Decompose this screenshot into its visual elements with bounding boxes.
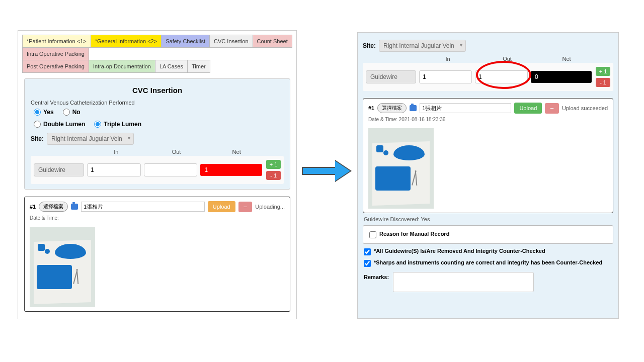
photo-number-r: #1 bbox=[368, 105, 374, 111]
radio-double[interactable]: Double Lumen bbox=[34, 121, 85, 128]
guidewire-row-r: Guidewire 0 + 1 - 1 bbox=[363, 63, 613, 91]
site-label: Site: bbox=[31, 135, 44, 142]
cvc-form: CVC Insertion Central Venous Catheteriza… bbox=[24, 78, 290, 190]
out-input-r[interactable] bbox=[475, 70, 528, 83]
tab-post-packing[interactable]: Post Operative Packing bbox=[22, 60, 89, 73]
tab-la[interactable]: LA Cases bbox=[155, 60, 188, 73]
lumen-radios: Double Lumen Triple Lumen bbox=[34, 121, 284, 128]
reason-checkbox[interactable]: Reason for Manual Record bbox=[369, 231, 607, 238]
guidewire-row: Guidewire 1 + 1 - 1 bbox=[31, 156, 284, 184]
header-net-r: Net bbox=[537, 56, 596, 62]
right-panel: Site: Right Internal Jugular Vein In Out… bbox=[357, 32, 619, 319]
header-net: Net bbox=[206, 149, 267, 155]
tab-intra-packing[interactable]: Intra Operative Packing bbox=[22, 47, 89, 60]
header-in: In bbox=[86, 149, 146, 155]
choose-file-button[interactable]: 選擇檔案 bbox=[39, 202, 68, 212]
remarks-input[interactable] bbox=[393, 272, 534, 292]
guidewire-discovered: Guidewire Discovered: Yes bbox=[364, 216, 612, 222]
minus-button-r[interactable]: - 1 bbox=[596, 78, 610, 87]
remarks-label: Remarks: bbox=[364, 272, 389, 280]
cvc-question: Central Venous Catheterization Performed bbox=[31, 100, 284, 106]
net-display: 1 bbox=[200, 164, 262, 176]
choose-file-button-r[interactable]: 選擇檔案 bbox=[377, 103, 407, 113]
upload-status: Uploading... bbox=[255, 204, 285, 210]
delete-button[interactable]: − bbox=[238, 202, 253, 212]
photo-number: #1 bbox=[30, 204, 36, 210]
arrow-icon bbox=[302, 161, 352, 181]
tab-bar: *Patient Information <1> *General Inform… bbox=[18, 31, 296, 60]
upload-status-r: Upload succeeded bbox=[562, 105, 608, 111]
cvc-performed-radios: Yes No bbox=[34, 109, 284, 116]
header-out-r: Out bbox=[477, 56, 537, 62]
site-select[interactable]: Right Internal Jugular Vein bbox=[47, 133, 134, 145]
guidewire-label-r: Guidewire bbox=[366, 70, 416, 83]
reason-box: Reason for Manual Record bbox=[363, 225, 613, 244]
radio-yes[interactable]: Yes bbox=[34, 109, 54, 116]
minus-button[interactable]: - 1 bbox=[266, 171, 281, 180]
site-select-r[interactable]: Right Internal Jugular Vein bbox=[379, 40, 466, 52]
plus-button[interactable]: + 1 bbox=[266, 160, 281, 169]
net-display-r: 0 bbox=[531, 71, 592, 83]
photo-upload-box: #1 選擇檔案 Upload − Uploading... Date & Tim… bbox=[24, 197, 290, 312]
camera-icon-r[interactable] bbox=[410, 105, 417, 111]
header-in-r: In bbox=[418, 56, 477, 62]
camera-icon[interactable] bbox=[71, 204, 78, 210]
photo-upload-box-r: #1 選擇檔案 Upload − Upload succeeded Date &… bbox=[363, 98, 613, 213]
site-row-r: Site: Right Internal Jugular Vein bbox=[363, 40, 613, 52]
checkbox-guidewire-removed[interactable]: *All Guidewire(S) Is/Are Removed And Int… bbox=[364, 248, 612, 255]
tab-patient-info[interactable]: *Patient Information <1> bbox=[22, 35, 91, 48]
tab-cvc[interactable]: CVC Insertion bbox=[209, 35, 253, 48]
plus-button-r[interactable]: + 1 bbox=[596, 67, 610, 76]
io-header: In Out Net bbox=[31, 149, 284, 155]
tab-general-info[interactable]: *General Information <2> bbox=[91, 35, 162, 48]
upload-button[interactable]: Upload bbox=[208, 201, 235, 212]
io-header-r: In Out Net bbox=[363, 56, 613, 62]
in-input[interactable] bbox=[87, 163, 141, 176]
left-panel: *Patient Information <1> *General Inform… bbox=[18, 30, 297, 319]
radio-triple[interactable]: Triple Lumen bbox=[94, 121, 141, 128]
remarks-row: Remarks: bbox=[364, 272, 612, 292]
photo-thumbnail-r[interactable] bbox=[368, 128, 434, 209]
site-label-r: Site: bbox=[363, 42, 376, 49]
upload-button-r[interactable]: Upload bbox=[514, 103, 542, 114]
header-out: Out bbox=[146, 149, 207, 155]
datetime-label: Date & Time: bbox=[30, 215, 285, 221]
datetime-label-r: Date & Time: 2021-08-16 18:23:36 bbox=[368, 117, 608, 122]
tab-timer[interactable]: Timer bbox=[187, 60, 210, 73]
delete-button-r[interactable]: − bbox=[545, 103, 559, 114]
out-input[interactable] bbox=[144, 163, 198, 176]
radio-no[interactable]: No bbox=[63, 109, 80, 116]
checkbox-sharps-correct[interactable]: *Sharps and instruments counting are cor… bbox=[364, 259, 612, 267]
site-row: Site: Right Internal Jugular Vein bbox=[31, 133, 284, 145]
photo-thumbnail[interactable] bbox=[30, 227, 95, 307]
in-input-r[interactable] bbox=[419, 70, 472, 83]
page-title: CVC Insertion bbox=[31, 86, 284, 95]
tab-bar-2: Post Operative Packing Intra-op Document… bbox=[18, 60, 296, 72]
tab-safety[interactable]: Safety Checklist bbox=[161, 35, 210, 48]
tab-count[interactable]: Count Sheet bbox=[253, 35, 292, 48]
guidewire-label: Guidewire bbox=[34, 163, 84, 176]
photo-name-input-r[interactable] bbox=[420, 103, 511, 113]
tab-intra-doc[interactable]: Intra-op Documentation bbox=[89, 60, 155, 73]
photo-name-input[interactable] bbox=[81, 202, 205, 212]
